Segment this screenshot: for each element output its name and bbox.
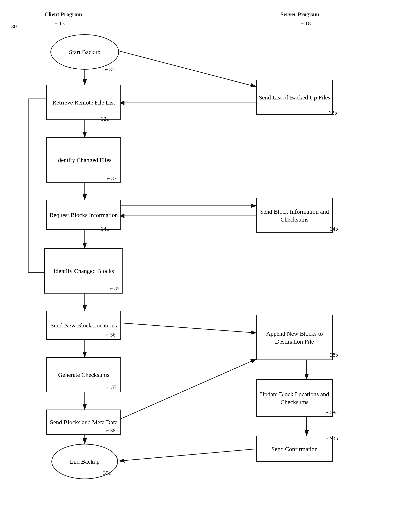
svg-line-13 [119, 359, 256, 420]
send-block-info-node: Send Block Information and Checksums [256, 198, 333, 233]
client-ref: ⌐ 13 [54, 20, 65, 27]
identify-changed-files-ref: ⌐ 33 [107, 176, 116, 182]
send-confirmation-ref: ⌐ 39b [326, 436, 338, 442]
send-list-node: Send List of Backed Up Files [256, 80, 333, 115]
server-program-label: Server Program [280, 11, 319, 18]
start-backup-ref: ⌐ 31 [105, 67, 114, 73]
retrieve-remote-ref: ⌐ 32a [97, 116, 109, 122]
end-backup-ref: ⌐ 39a [99, 470, 111, 476]
diagram: 30 Client Program ⌐ 13 Server Program ⌐ … [0, 0, 399, 532]
identify-changed-blocks-ref: ⌐ 35 [110, 285, 120, 291]
update-block-locations-node: Update Block Locations and Checksums [256, 379, 333, 417]
send-block-info-ref: ⌐ 34b [326, 226, 338, 232]
retrieve-remote-node: Retrieve Remote File List [46, 85, 121, 120]
fig-number: 30 [11, 23, 17, 30]
append-new-blocks-node: Append New Blocks to Destination File [256, 315, 333, 360]
send-new-block-locations-ref: ⌐ 36 [106, 332, 115, 338]
client-program-label: Client Program [44, 11, 82, 18]
send-list-ref: ⌐ 32b [325, 110, 337, 116]
send-confirmation-node: Send Confirmation [256, 436, 333, 462]
request-blocks-ref: ⌐ 34a [97, 226, 109, 232]
server-ref: ⌐ 18 [301, 20, 311, 27]
send-blocks-meta-ref: ⌐ 38a [106, 428, 118, 434]
svg-line-10 [119, 323, 256, 333]
svg-line-2 [117, 51, 256, 87]
update-block-locations-ref: ⌐ 38c [326, 410, 338, 416]
append-new-blocks-ref: ⌐ 38b [326, 352, 338, 358]
svg-line-16 [119, 449, 256, 461]
start-backup-node: Start Backup [51, 34, 119, 70]
generate-checksums-ref: ⌐ 37 [107, 384, 116, 390]
request-blocks-node: Request Blocks Information [46, 200, 121, 230]
